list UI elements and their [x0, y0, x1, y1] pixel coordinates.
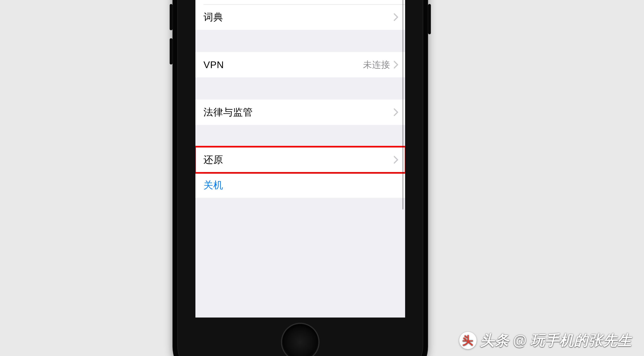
phone-frame: 键盘 字体 语言与地区	[172, 0, 428, 356]
cell-label: 法律与监管	[204, 106, 394, 119]
power-button[interactable]	[428, 4, 431, 34]
phone-screen: 键盘 字体 语言与地区	[196, 0, 405, 317]
cell-label: 关机	[204, 179, 398, 192]
watermark-author: 玩手机的张先生	[530, 331, 632, 350]
chevron-right-icon	[394, 108, 398, 116]
cell-label: VPN	[204, 59, 363, 70]
settings-group-legal: 法律与监管	[196, 100, 405, 125]
cell-shutdown[interactable]: 关机	[196, 172, 405, 198]
cell-reset[interactable]: 还原	[196, 147, 405, 172]
logo-text: 头	[462, 333, 474, 348]
watermark-at: @	[513, 332, 527, 348]
cell-value: 未连接	[363, 59, 390, 71]
cell-label: 还原	[204, 153, 394, 166]
chevron-right-icon	[394, 13, 398, 21]
volume-down-button[interactable]	[170, 38, 172, 65]
watermark: 头 头条 @ 玩手机的张先生	[459, 331, 632, 350]
cell-vpn[interactable]: VPN 未连接	[196, 52, 405, 77]
watermark-brand: 头条	[480, 331, 509, 350]
settings-group-vpn: VPN 未连接	[196, 52, 405, 77]
chevron-right-icon	[394, 61, 398, 69]
phone-bezel: 键盘 字体 语言与地区	[177, 0, 423, 356]
toutiao-logo-icon: 头	[459, 332, 476, 349]
volume-up-button[interactable]	[170, 4, 172, 30]
cell-label: 词典	[204, 11, 394, 24]
cell-language-region[interactable]: 语言与地区	[196, 0, 405, 5]
cell-legal-regulatory[interactable]: 法律与监管	[196, 100, 405, 125]
home-button[interactable]	[282, 324, 318, 356]
settings-group-reset: 还原 关机	[196, 147, 405, 198]
chevron-right-icon	[394, 156, 398, 163]
settings-group-input: 键盘 字体 语言与地区	[196, 0, 405, 30]
scrollbar[interactable]	[402, 0, 404, 210]
cell-dictionary[interactable]: 词典	[196, 5, 405, 30]
